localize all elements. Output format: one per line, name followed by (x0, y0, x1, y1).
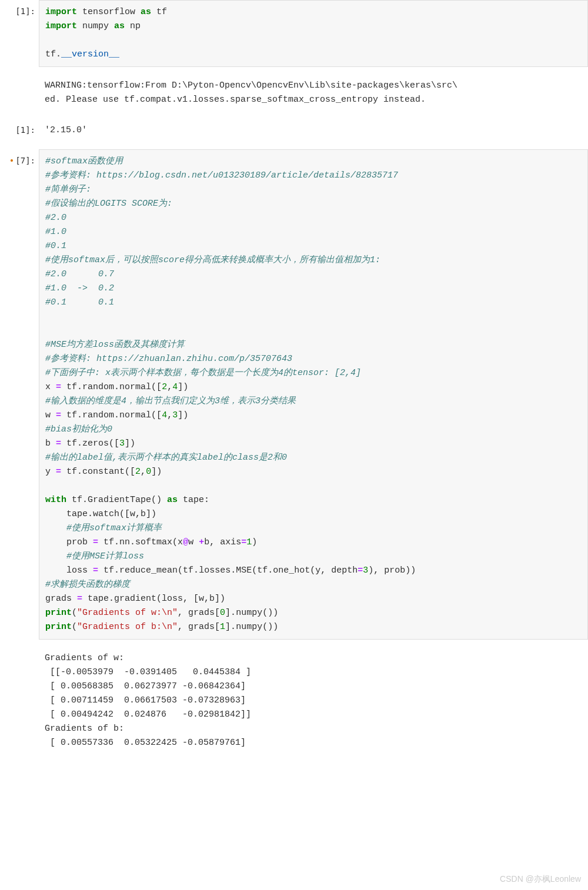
code-line: #2.0 0.7 (45, 267, 582, 282)
code-line: #MSE均方差loss函数及其梯度计算 (45, 338, 582, 352)
code-line: #1.0 (45, 225, 582, 239)
notebook-cell: [1]:'2.15.0' (0, 119, 588, 142)
code-line: #1.0 -> 0.2 (45, 282, 582, 296)
code-line: #简单例子: (45, 183, 582, 197)
code-line (45, 310, 582, 324)
code-line: #bias初始化为0 (45, 423, 582, 437)
code-line: tape.watch([w,b]) (45, 507, 582, 521)
code-line: #使用softmax后，可以按照score得分高低来转换成概率大小，所有输出值相… (45, 253, 582, 267)
code-line: #输出的label值,表示两个样本的真实label的class是2和0 (45, 451, 582, 465)
notebook-cell: WARNING:tensorflow:From D:\Pyton-Opencv\… (0, 74, 588, 112)
code-line: b = tf.zeros([3]) (45, 437, 582, 451)
output-cell: Gradients of w: [[-0.0053979 -0.0391405 … (39, 647, 588, 755)
code-line: with tf.GradientTape() as tape: (45, 493, 582, 507)
code-line: grads = tape.gradient(loss, [w,b]) (45, 592, 582, 606)
cell-prompt: [7]: (0, 149, 39, 167)
code-line: #0.1 0.1 (45, 296, 582, 310)
code-line: #假设输出的LOGITS SCORE为: (45, 197, 582, 211)
code-line: tf.__version__ (45, 48, 582, 62)
code-line: w = tf.random.normal([4,3]) (45, 409, 582, 423)
code-line: #使用softmax计算概率 (45, 521, 582, 536)
code-line: print("Gradients of b:\n", grads[1].nump… (45, 620, 582, 634)
code-line (45, 324, 582, 338)
code-line: import numpy as np (45, 19, 582, 34)
notebook-cell: [1]:import tensorflow as tfimport numpy … (0, 0, 588, 67)
cell-prompt (0, 647, 39, 651)
code-line: #参考资料: https://zhuanlan.zhihu.com/p/3570… (45, 352, 582, 366)
notebook-cell: Gradients of w: [[-0.0053979 -0.0391405 … (0, 647, 588, 755)
code-line: #0.1 (45, 239, 582, 253)
code-line: #参考资料: https://blog.csdn.net/u013230189/… (45, 169, 582, 183)
cell-prompt: [1]: (0, 119, 39, 136)
code-cell[interactable]: #softmax函数使用#参考资料: https://blog.csdn.net… (39, 149, 588, 640)
code-line: #softmax函数使用 (45, 155, 582, 169)
code-cell[interactable]: import tensorflow as tfimport numpy as n… (39, 0, 588, 67)
code-line (45, 479, 582, 493)
code-line: #2.0 (45, 211, 582, 225)
code-line: y = tf.constant([2,0]) (45, 465, 582, 479)
code-line: print("Gradients of w:\n", grads[0].nump… (45, 606, 582, 620)
code-line (45, 34, 582, 48)
code-line: loss = tf.reduce_mean(tf.losses.MSE(tf.o… (45, 564, 582, 578)
code-line: #下面例子中: x表示两个样本数据，每个数据是一个长度为4的tensor: [2… (45, 366, 582, 380)
output-cell: '2.15.0' (39, 119, 588, 142)
cell-prompt: [1]: (0, 0, 39, 18)
code-line: #求解损失函数的梯度 (45, 578, 582, 592)
cell-prompt (0, 74, 39, 79)
code-line: import tensorflow as tf (45, 5, 582, 19)
notebook-cell: [7]:#softmax函数使用#参考资料: https://blog.csdn… (0, 149, 588, 640)
code-line: x = tf.random.normal([2,4]) (45, 380, 582, 394)
code-line: #输入数据的维度是4，输出节点我们定义为3维，表示3分类结果 (45, 394, 582, 409)
code-line: prob = tf.nn.softmax(x@w +b, axis=1) (45, 536, 582, 550)
output-cell: WARNING:tensorflow:From D:\Pyton-Opencv\… (39, 74, 588, 112)
code-line: #使用MSE计算loss (45, 550, 582, 564)
